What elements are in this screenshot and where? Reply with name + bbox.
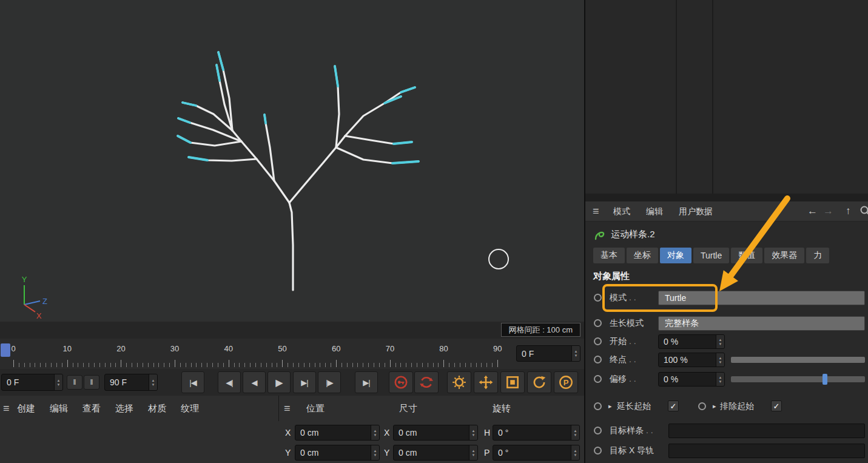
key-position-toggle[interactable] [474, 371, 498, 393]
target-spline-field[interactable] [668, 424, 865, 438]
coord-header-size[interactable]: 尺寸 [399, 396, 417, 421]
tab-object[interactable]: 对象 [660, 248, 691, 263]
keyframe-dot[interactable] [594, 337, 602, 345]
spin-down-icon[interactable]: ▼ [719, 360, 722, 364]
spinner-buttons[interactable]: ▲▼ [571, 445, 579, 460]
keyframe-dot[interactable] [594, 375, 602, 383]
tab-force[interactable]: 力 [806, 248, 829, 263]
tab-basic[interactable]: 基本 [593, 248, 625, 263]
menu-material[interactable]: 材质 [148, 396, 166, 421]
growth-mode-dropdown[interactable]: 完整样条 [658, 316, 865, 331]
end-slider[interactable] [731, 357, 865, 363]
range-handle-right-button[interactable]: ‖ [84, 375, 99, 390]
offset-spinner[interactable]: 0 %▲▼ [658, 372, 725, 387]
spin-up-icon[interactable]: ▲ [719, 376, 722, 379]
am-menu-mode[interactable]: 模式 [613, 201, 630, 221]
exclude-start-checkbox[interactable]: ✓ [771, 400, 782, 411]
spin-down-icon[interactable]: ▼ [57, 383, 61, 387]
menu-view[interactable]: 查看 [82, 396, 101, 421]
keyframe-dot[interactable] [594, 356, 602, 363]
coord-field-x-0[interactable]: 0 cm▲▼ [393, 425, 478, 441]
am-menu-edit[interactable]: 编辑 [646, 201, 663, 221]
spin-down-icon[interactable]: ▼ [574, 354, 578, 357]
spin-down-icon[interactable]: ▼ [374, 433, 377, 437]
range-handle-left-button[interactable]: ‖ [67, 375, 82, 390]
parent-up-button[interactable]: ↑ [846, 201, 851, 221]
spinner-buttons[interactable]: ▲▼ [149, 374, 157, 390]
spin-up-icon[interactable]: ▲ [574, 449, 577, 453]
mode-dropdown[interactable]: Turtle [658, 291, 865, 305]
tab-coordinates[interactable]: 坐标 [627, 248, 658, 263]
spin-up-icon[interactable]: ▲ [472, 429, 476, 433]
record-keyframe-button[interactable] [389, 371, 413, 393]
spin-down-icon[interactable]: ▼ [719, 342, 722, 346]
spinner-buttons[interactable]: ▲▼ [469, 425, 477, 440]
coord-header-rotation[interactable]: 旋转 [493, 396, 511, 421]
spinner-buttons[interactable]: ▲▼ [716, 353, 724, 367]
spin-up-icon[interactable]: ▲ [719, 338, 722, 342]
transport-prev-key-button[interactable]: ◀| [218, 371, 241, 393]
disclosure-icon[interactable]: ▸ [713, 402, 716, 410]
spin-down-icon[interactable]: ▼ [374, 453, 377, 457]
coord-field-y-1[interactable]: 0 cm▲▼ [393, 445, 478, 461]
tab-effector[interactable]: 效果器 [764, 248, 804, 263]
coord-field-p-1[interactable]: 0 °▲▼ [493, 445, 580, 461]
panel-menu-icon[interactable]: ≡ [3, 396, 10, 421]
key-scale-toggle[interactable] [500, 371, 525, 393]
spin-up-icon[interactable]: ▲ [719, 356, 722, 360]
keyframe-dot[interactable] [594, 447, 602, 455]
spin-up-icon[interactable]: ▲ [374, 429, 377, 433]
spin-down-icon[interactable]: ▼ [574, 433, 577, 437]
offset-slider[interactable] [731, 376, 865, 382]
object-manager-panel[interactable] [585, 0, 868, 194]
menu-create[interactable]: 创建 [17, 396, 35, 421]
range-end-field[interactable]: 90 F▲▼ [104, 374, 158, 391]
transport-play-button[interactable]: ▶ [267, 371, 291, 393]
keyframe-dot[interactable] [698, 402, 706, 410]
disclosure-icon[interactable]: ▸ [608, 402, 612, 410]
spin-down-icon[interactable]: ▼ [152, 383, 155, 387]
timeline-ruler[interactable]: 0102030405060708090 0 F▲▼ [0, 339, 584, 370]
key-rotation-toggle[interactable] [527, 371, 551, 393]
coord-header-position[interactable]: 位置 [306, 396, 325, 421]
viewport[interactable]: Y Z X [0, 0, 584, 322]
spin-up-icon[interactable]: ▲ [472, 449, 476, 453]
autokey-button[interactable] [414, 371, 439, 393]
keyframe-dot[interactable] [594, 427, 602, 434]
spinner-buttons[interactable]: ▲▼ [716, 335, 724, 348]
offset-slider-handle[interactable] [823, 374, 827, 385]
search-icon[interactable] [860, 205, 868, 218]
transport-goto-end-button[interactable]: ▶| [355, 371, 378, 393]
keyframe-options-button[interactable] [447, 371, 471, 393]
keyframe-dot[interactable] [594, 319, 602, 327]
coord-field-y-1[interactable]: 0 cm▲▼ [295, 445, 380, 461]
spin-down-icon[interactable]: ▼ [472, 433, 476, 437]
spinner-buttons[interactable]: ▲▼ [571, 425, 579, 440]
coord-panel-menu-icon[interactable]: ≡ [284, 396, 291, 421]
target-rail-field[interactable] [668, 444, 865, 458]
spin-up-icon[interactable]: ▲ [374, 449, 377, 453]
tab-turtle[interactable]: Turtle [693, 248, 729, 263]
end-spinner[interactable]: 100 %▲▼ [658, 353, 725, 367]
spin-down-icon[interactable]: ▼ [574, 453, 577, 457]
transport-goto-start-button[interactable]: |◀ [181, 371, 204, 393]
tab-value[interactable]: 数值 [731, 248, 762, 263]
spinner-buttons[interactable]: ▲▼ [571, 346, 580, 361]
spinner-buttons[interactable]: ▲▼ [371, 445, 379, 460]
keyframe-dot[interactable] [594, 294, 602, 302]
spinner-buttons[interactable]: ▲▼ [371, 425, 379, 440]
spin-down-icon[interactable]: ▼ [472, 453, 476, 457]
current-frame-field[interactable]: 0 F▲▼ [516, 345, 580, 362]
menu-select[interactable]: 选择 [115, 396, 133, 421]
menu-texture[interactable]: 纹理 [181, 396, 199, 421]
transport-next-frame-button[interactable]: ▶| [293, 371, 316, 393]
am-menu-user-data[interactable]: 用户数据 [679, 201, 713, 221]
coord-field-h-0[interactable]: 0 °▲▼ [493, 425, 580, 441]
spin-up-icon[interactable]: ▲ [152, 379, 155, 382]
spin-up-icon[interactable]: ▲ [57, 379, 61, 382]
spinner-buttons[interactable]: ▲▼ [469, 445, 477, 460]
history-back-button[interactable]: ← [807, 201, 818, 221]
extend-start-checkbox[interactable]: ✓ [668, 400, 679, 411]
spinner-buttons[interactable]: ▲▼ [54, 374, 62, 390]
keyframe-dot[interactable] [594, 402, 602, 410]
